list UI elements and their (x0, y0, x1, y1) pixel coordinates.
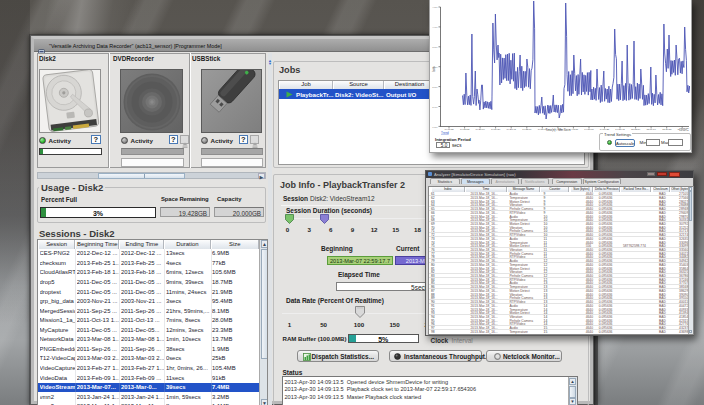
svg-text:2.0M: 2.0M (432, 106, 437, 109)
svg-text:15:02:59: 15:02:59 (631, 128, 641, 131)
svg-text:14:58:42: 14:58:42 (615, 128, 625, 131)
svg-text:15:07:16: 15:07:16 (646, 128, 656, 131)
svg-text:2.5M: 2.5M (432, 86, 437, 89)
svg-text:Trend: Trend (441, 131, 449, 135)
svg-text:4.5M: 4.5M (432, 6, 437, 9)
svg-text:14:28:43: 14:28:43 (507, 128, 517, 131)
svg-text:bits: bits (432, 66, 436, 71)
svg-text:4.0M: 4.0M (432, 26, 437, 29)
svg-text:3.5M: 3.5M (432, 46, 437, 49)
svg-text:14:54:25: 14:54:25 (600, 128, 610, 131)
svg-text:15:11:33: 15:11:33 (662, 128, 672, 131)
svg-text:Time(s) - Min:Secs: Time(s) - Min:Secs (545, 128, 571, 132)
svg-text:14:50:08: 14:50:08 (584, 128, 594, 131)
svg-text:15:15:45: 15:15:45 (679, 129, 689, 132)
svg-text:1.5M: 1.5M (432, 126, 437, 129)
svg-text:14:24:26: 14:24:26 (491, 128, 501, 131)
svg-text:14:15:52: 14:15:52 (460, 128, 470, 131)
svg-text:14:33:00: 14:33:00 (522, 128, 532, 131)
svg-text:14:20:09: 14:20:09 (475, 128, 485, 131)
